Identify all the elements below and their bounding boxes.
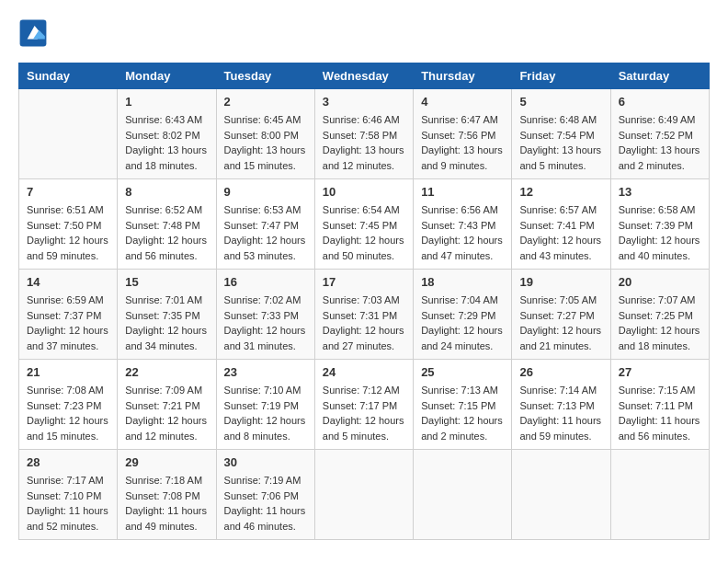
day-info: Sunrise: 6:51 AM Sunset: 7:50 PM Dayligh… bbox=[27, 202, 109, 263]
day-header-monday: Monday bbox=[118, 63, 216, 89]
calendar-cell: 2Sunrise: 6:45 AM Sunset: 8:00 PM Daylig… bbox=[216, 89, 314, 179]
calendar-cell: 14Sunrise: 6:59 AM Sunset: 7:37 PM Dayli… bbox=[19, 270, 118, 360]
calendar-cell: 23Sunrise: 7:10 AM Sunset: 7:19 PM Dayli… bbox=[216, 360, 314, 450]
day-info: Sunrise: 7:02 AM Sunset: 7:33 PM Dayligh… bbox=[224, 293, 307, 353]
day-info: Sunrise: 7:04 AM Sunset: 7:29 PM Dayligh… bbox=[421, 293, 504, 353]
day-info: Sunrise: 6:59 AM Sunset: 7:37 PM Dayligh… bbox=[27, 293, 109, 353]
day-info: Sunrise: 7:18 AM Sunset: 7:08 PM Dayligh… bbox=[125, 473, 208, 534]
day-number: 23 bbox=[224, 365, 307, 379]
day-number: 24 bbox=[323, 365, 405, 379]
calendar-cell: 18Sunrise: 7:04 AM Sunset: 7:29 PM Dayli… bbox=[414, 270, 512, 360]
day-number: 15 bbox=[125, 275, 208, 289]
calendar-cell: 10Sunrise: 6:54 AM Sunset: 7:45 PM Dayli… bbox=[314, 179, 413, 270]
day-number: 6 bbox=[619, 95, 701, 109]
day-info: Sunrise: 6:45 AM Sunset: 8:00 PM Dayligh… bbox=[224, 112, 307, 173]
day-header-tuesday: Tuesday bbox=[216, 63, 314, 89]
calendar-cell: 11Sunrise: 6:56 AM Sunset: 7:43 PM Dayli… bbox=[414, 179, 512, 270]
day-info: Sunrise: 6:49 AM Sunset: 7:52 PM Dayligh… bbox=[619, 112, 701, 173]
day-number: 12 bbox=[519, 185, 602, 199]
calendar-cell: 20Sunrise: 7:07 AM Sunset: 7:25 PM Dayli… bbox=[610, 270, 709, 360]
day-info: Sunrise: 7:05 AM Sunset: 7:27 PM Dayligh… bbox=[519, 293, 602, 353]
logo bbox=[18, 18, 53, 48]
day-info: Sunrise: 6:47 AM Sunset: 7:56 PM Dayligh… bbox=[421, 112, 504, 173]
calendar-cell: 25Sunrise: 7:13 AM Sunset: 7:15 PM Dayli… bbox=[414, 360, 512, 450]
calendar-cell: 27Sunrise: 7:15 AM Sunset: 7:11 PM Dayli… bbox=[610, 360, 709, 450]
week-row-4: 21Sunrise: 7:08 AM Sunset: 7:23 PM Dayli… bbox=[19, 360, 710, 450]
day-info: Sunrise: 6:52 AM Sunset: 7:48 PM Dayligh… bbox=[125, 202, 208, 263]
day-info: Sunrise: 7:12 AM Sunset: 7:17 PM Dayligh… bbox=[323, 383, 405, 443]
day-number: 5 bbox=[519, 95, 602, 109]
calendar-table: SundayMondayTuesdayWednesdayThursdayFrid… bbox=[18, 63, 710, 540]
calendar-cell: 9Sunrise: 6:53 AM Sunset: 7:47 PM Daylig… bbox=[216, 179, 314, 270]
day-number: 19 bbox=[519, 275, 602, 289]
calendar-cell: 22Sunrise: 7:09 AM Sunset: 7:21 PM Dayli… bbox=[118, 360, 216, 450]
day-info: Sunrise: 7:08 AM Sunset: 7:23 PM Dayligh… bbox=[27, 383, 109, 443]
day-number: 14 bbox=[27, 275, 109, 289]
day-info: Sunrise: 6:48 AM Sunset: 7:54 PM Dayligh… bbox=[519, 112, 602, 173]
day-number: 9 bbox=[224, 185, 307, 199]
day-header-saturday: Saturday bbox=[610, 63, 709, 89]
calendar-cell: 13Sunrise: 6:58 AM Sunset: 7:39 PM Dayli… bbox=[610, 179, 709, 270]
day-number: 22 bbox=[125, 365, 208, 379]
day-header-friday: Friday bbox=[512, 63, 610, 89]
day-number: 25 bbox=[421, 365, 504, 379]
day-number: 11 bbox=[421, 185, 504, 199]
day-number: 26 bbox=[519, 365, 602, 379]
week-row-3: 14Sunrise: 6:59 AM Sunset: 7:37 PM Dayli… bbox=[19, 270, 710, 360]
day-number: 28 bbox=[27, 455, 109, 469]
calendar-cell bbox=[512, 450, 610, 540]
day-number: 17 bbox=[323, 275, 405, 289]
day-info: Sunrise: 6:54 AM Sunset: 7:45 PM Dayligh… bbox=[323, 202, 405, 263]
day-number: 1 bbox=[125, 95, 208, 109]
day-number: 7 bbox=[27, 185, 109, 199]
calendar-cell: 29Sunrise: 7:18 AM Sunset: 7:08 PM Dayli… bbox=[118, 450, 216, 540]
calendar-cell: 30Sunrise: 7:19 AM Sunset: 7:06 PM Dayli… bbox=[216, 450, 314, 540]
day-info: Sunrise: 6:46 AM Sunset: 7:58 PM Dayligh… bbox=[323, 112, 405, 173]
day-info: Sunrise: 6:57 AM Sunset: 7:41 PM Dayligh… bbox=[519, 202, 602, 263]
day-info: Sunrise: 6:43 AM Sunset: 8:02 PM Dayligh… bbox=[125, 112, 208, 173]
day-info: Sunrise: 7:17 AM Sunset: 7:10 PM Dayligh… bbox=[27, 473, 109, 534]
day-info: Sunrise: 7:09 AM Sunset: 7:21 PM Dayligh… bbox=[125, 383, 208, 443]
calendar-cell: 26Sunrise: 7:14 AM Sunset: 7:13 PM Dayli… bbox=[512, 360, 610, 450]
calendar-cell: 28Sunrise: 7:17 AM Sunset: 7:10 PM Dayli… bbox=[19, 450, 118, 540]
day-number: 30 bbox=[224, 455, 307, 469]
day-info: Sunrise: 7:03 AM Sunset: 7:31 PM Dayligh… bbox=[323, 293, 405, 353]
calendar-cell: 1Sunrise: 6:43 AM Sunset: 8:02 PM Daylig… bbox=[118, 89, 216, 179]
calendar-cell: 19Sunrise: 7:05 AM Sunset: 7:27 PM Dayli… bbox=[512, 270, 610, 360]
calendar-cell: 8Sunrise: 6:52 AM Sunset: 7:48 PM Daylig… bbox=[118, 179, 216, 270]
day-info: Sunrise: 7:13 AM Sunset: 7:15 PM Dayligh… bbox=[421, 383, 504, 443]
day-info: Sunrise: 7:19 AM Sunset: 7:06 PM Dayligh… bbox=[224, 473, 307, 534]
day-number: 18 bbox=[421, 275, 504, 289]
day-info: Sunrise: 6:58 AM Sunset: 7:39 PM Dayligh… bbox=[619, 202, 701, 263]
calendar-cell: 12Sunrise: 6:57 AM Sunset: 7:41 PM Dayli… bbox=[512, 179, 610, 270]
day-number: 13 bbox=[619, 185, 701, 199]
day-header-wednesday: Wednesday bbox=[314, 63, 413, 89]
calendar-cell: 21Sunrise: 7:08 AM Sunset: 7:23 PM Dayli… bbox=[19, 360, 118, 450]
day-info: Sunrise: 6:53 AM Sunset: 7:47 PM Dayligh… bbox=[224, 202, 307, 263]
week-row-2: 7Sunrise: 6:51 AM Sunset: 7:50 PM Daylig… bbox=[19, 179, 710, 270]
calendar-cell bbox=[19, 89, 118, 179]
day-info: Sunrise: 7:15 AM Sunset: 7:11 PM Dayligh… bbox=[619, 383, 701, 443]
day-number: 4 bbox=[421, 95, 504, 109]
day-number: 29 bbox=[125, 455, 208, 469]
day-info: Sunrise: 6:56 AM Sunset: 7:43 PM Dayligh… bbox=[421, 202, 504, 263]
day-number: 16 bbox=[224, 275, 307, 289]
day-info: Sunrise: 7:14 AM Sunset: 7:13 PM Dayligh… bbox=[519, 383, 602, 443]
calendar-cell: 16Sunrise: 7:02 AM Sunset: 7:33 PM Dayli… bbox=[216, 270, 314, 360]
day-info: Sunrise: 7:07 AM Sunset: 7:25 PM Dayligh… bbox=[619, 293, 701, 353]
day-number: 3 bbox=[323, 95, 405, 109]
calendar-cell bbox=[414, 450, 512, 540]
calendar-cell: 5Sunrise: 6:48 AM Sunset: 7:54 PM Daylig… bbox=[512, 89, 610, 179]
day-header-thursday: Thursday bbox=[414, 63, 512, 89]
day-header-sunday: Sunday bbox=[19, 63, 118, 89]
day-number: 8 bbox=[125, 185, 208, 199]
header-row: SundayMondayTuesdayWednesdayThursdayFrid… bbox=[19, 63, 710, 89]
calendar-cell: 17Sunrise: 7:03 AM Sunset: 7:31 PM Dayli… bbox=[314, 270, 413, 360]
calendar-cell: 7Sunrise: 6:51 AM Sunset: 7:50 PM Daylig… bbox=[19, 179, 118, 270]
calendar-cell: 24Sunrise: 7:12 AM Sunset: 7:17 PM Dayli… bbox=[314, 360, 413, 450]
day-info: Sunrise: 7:01 AM Sunset: 7:35 PM Dayligh… bbox=[125, 293, 208, 353]
calendar-cell: 3Sunrise: 6:46 AM Sunset: 7:58 PM Daylig… bbox=[314, 89, 413, 179]
day-number: 10 bbox=[323, 185, 405, 199]
calendar-cell: 15Sunrise: 7:01 AM Sunset: 7:35 PM Dayli… bbox=[118, 270, 216, 360]
page-header bbox=[18, 18, 710, 48]
